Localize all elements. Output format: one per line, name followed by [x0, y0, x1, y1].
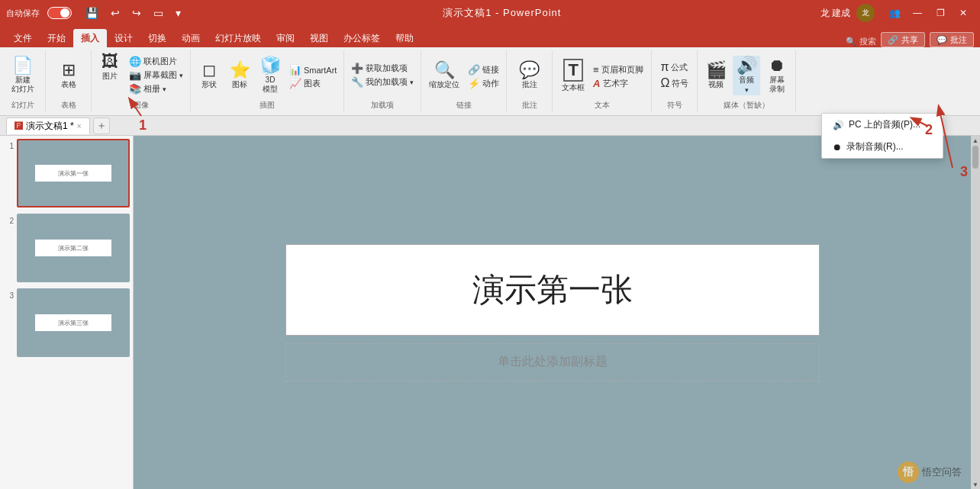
speaker-icon: 🔊 — [833, 120, 844, 130]
group-label-links: 链接 — [456, 98, 472, 111]
slide-title-box[interactable]: 演示第一张 — [285, 244, 820, 336]
formula-button[interactable]: π 公式 — [658, 60, 690, 75]
online-picture-button[interactable]: 🌐 联机图片 — [127, 55, 179, 68]
username: 龙 建成 — [820, 7, 850, 20]
tab-file[interactable]: 文件 — [6, 29, 40, 47]
search-box[interactable]: 🔍 搜索 — [846, 36, 876, 47]
link-icon: 🔗 — [468, 64, 480, 76]
group-table-content: ⊞ 表格 — [55, 52, 82, 98]
chart-icon: 📈 — [289, 78, 301, 89]
link-button[interactable]: 🔗 链接 — [466, 63, 501, 76]
slide-thumb-1[interactable]: 演示第一张 — [17, 139, 130, 208]
zoom-button[interactable]: 🔍 缩放定位 — [426, 60, 463, 91]
textbox-button[interactable]: T 文本框 — [559, 57, 588, 94]
chart-button[interactable]: 📈 图表 — [287, 77, 323, 90]
comment-insert-button[interactable]: 💬 批注 — [516, 60, 543, 91]
autosave-toggle[interactable] — [47, 7, 72, 19]
table-icon: ⊞ — [62, 62, 76, 79]
group-comments: 💬 批注 批注 — [507, 50, 553, 112]
doc-tab-active[interactable]: 🅿 演示文稿1 * × — [6, 117, 90, 134]
slide-thumb-content-2: 演示第二张 — [35, 240, 112, 256]
group-label-images: 图像 — [134, 98, 149, 111]
slide-thumb-3[interactable]: 演示第三张 — [17, 288, 130, 357]
slide-canvas: 演示第一张 单击此处添加副标题 — [240, 153, 866, 473]
get-addins-button[interactable]: ➕ 获取加载项 — [349, 62, 410, 75]
tab-view[interactable]: 视图 — [302, 29, 336, 47]
undo-icon[interactable]: ↩ — [108, 5, 123, 21]
symbol-button[interactable]: Ω 符号 — [658, 76, 691, 91]
slide-subtitle-box[interactable]: 单击此处添加副标题 — [285, 343, 820, 381]
share-icon: 🔗 — [888, 35, 898, 45]
tab-home[interactable]: 开始 — [40, 29, 73, 47]
group-links-content: 🔍 缩放定位 🔗 链接 ⚡ 动作 — [426, 52, 501, 98]
slide-thumb-content-1: 演示第一张 — [35, 165, 112, 182]
group-label-slides: 幻灯片 — [11, 98, 34, 111]
restore-button[interactable]: ❐ — [930, 5, 951, 21]
tab-design[interactable]: 设计 — [107, 29, 140, 47]
screenshot-button[interactable]: 📷 屏幕截图 ▾ — [127, 69, 185, 82]
tab-help[interactable]: 帮助 — [388, 29, 421, 47]
shapes-button[interactable]: ◻ 形状 — [195, 60, 223, 91]
header-footer-button[interactable]: ≡ 页眉和页脚 — [591, 63, 646, 76]
comment-button[interactable]: 💬 批注 — [930, 32, 974, 47]
close-button[interactable]: ✕ — [953, 5, 974, 21]
slide-subtitle-placeholder: 单击此处添加副标题 — [498, 354, 608, 370]
picture-button[interactable]: 🖼 图片 — [96, 52, 124, 82]
tab-review[interactable]: 审阅 — [269, 29, 302, 47]
slide-thumb-2[interactable]: 演示第二张 — [17, 214, 130, 282]
smartart-button[interactable]: 📊 SmartArt — [287, 63, 339, 76]
toggle-knob — [60, 8, 69, 18]
tab-animations[interactable]: 动画 — [174, 29, 208, 47]
share-button[interactable]: 🔗 共享 — [881, 32, 925, 47]
scrollbar-thumb[interactable] — [972, 146, 978, 169]
group-slides-content: 📄 新建幻灯片 — [8, 52, 37, 98]
my-addins-button[interactable]: 🔧 我的加载项 ▾ — [349, 76, 416, 88]
slide-item-1[interactable]: 1 演示第一张 — [3, 139, 130, 208]
album-button[interactable]: 📚 相册 ▾ — [127, 82, 169, 95]
slides-panel: 1 演示第一张 2 演示第二张 3 — [0, 136, 134, 489]
scrollbar-down[interactable]: ▼ — [972, 481, 979, 488]
doc-tab-close[interactable]: × — [77, 122, 82, 130]
slide-number-3: 3 — [3, 291, 14, 300]
wordart-icon: A — [593, 78, 600, 89]
customize-icon[interactable]: ▭ — [150, 5, 166, 21]
3d-models-button[interactable]: 🧊 3D模型 — [256, 56, 284, 95]
slide-item-3[interactable]: 3 演示第三张 — [3, 288, 130, 357]
record-icon: ⏺ — [833, 142, 842, 153]
group-slides: 📄 新建幻灯片 幻灯片 — [0, 50, 46, 112]
audio-dropdown-menu: 🔊 PC 上的音频(P)... ⏺ 录制音频(R)... — [821, 113, 943, 159]
tab-transitions[interactable]: 切换 — [140, 29, 174, 47]
action-button[interactable]: ⚡ 动作 — [466, 77, 501, 90]
record-audio[interactable]: ⏺ 录制音频(R)... — [822, 136, 943, 158]
table-button[interactable]: ⊞ 表格 — [55, 60, 82, 91]
video-button[interactable]: 🎬 视频 — [702, 60, 730, 91]
slide-item-2[interactable]: 2 演示第二张 — [3, 214, 130, 282]
icons-button[interactable]: ⭐ 图标 — [226, 60, 253, 91]
shapes-icon: ◻ — [202, 62, 216, 79]
audio-from-pc[interactable]: 🔊 PC 上的音频(P)... — [822, 114, 943, 136]
get-addins-icon: ➕ — [351, 63, 363, 74]
tab-insert[interactable]: 插入 — [73, 29, 107, 47]
scrollbar-up[interactable]: ▲ — [972, 137, 979, 144]
action-icon: ⚡ — [468, 78, 480, 89]
redo-icon[interactable]: ↪ — [129, 5, 144, 21]
more-icon[interactable]: ▾ — [172, 5, 184, 21]
watermark-text: 悟空问答 — [922, 465, 962, 479]
save-icon[interactable]: 💾 — [82, 5, 102, 21]
video-icon: 🎬 — [706, 62, 727, 79]
group-links: 🔍 缩放定位 🔗 链接 ⚡ 动作 链接 — [421, 50, 507, 112]
group-text: T 文本框 ≡ 页眉和页脚 A 艺术字 文本 — [553, 50, 652, 112]
tab-office[interactable]: 办公标签 — [336, 29, 388, 47]
screen-record-button[interactable]: ⏺ 屏幕录制 — [763, 56, 791, 95]
watermark-icon: 悟 — [898, 462, 919, 483]
user-avatar[interactable]: 龙 — [856, 4, 875, 22]
new-tab-button[interactable]: ＋ — [93, 117, 110, 134]
tab-slideshow[interactable]: 幻灯片放映 — [208, 29, 269, 47]
minimize-button[interactable]: — — [907, 5, 928, 21]
title-bar-icons: 💾 ↩ ↪ ▭ ▾ — [82, 5, 184, 21]
audio-button[interactable]: 🔊 音频 ▾ — [733, 56, 760, 95]
wordart-button[interactable]: A 艺术字 — [591, 77, 630, 90]
new-slide-button[interactable]: 📄 新建幻灯片 — [8, 56, 37, 95]
team-icon[interactable]: 👥 — [884, 5, 905, 21]
group-images: 🖼 图片 🌐 联机图片 📷 屏幕截图 ▾ 📚 相册 — [92, 50, 191, 112]
